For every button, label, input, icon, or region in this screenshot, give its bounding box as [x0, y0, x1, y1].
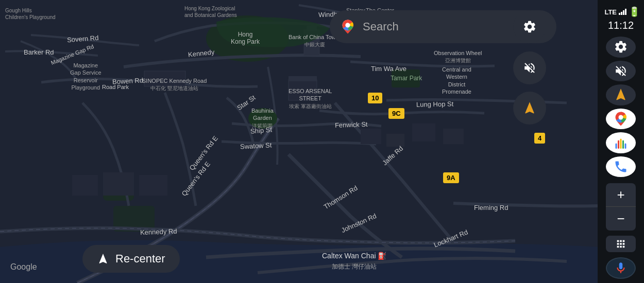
svg-rect-22 — [616, 144, 617, 149]
sidebar-settings-button[interactable] — [606, 37, 636, 58]
google-maps-app-icon — [613, 111, 629, 127]
sidebar-navigate-icon — [614, 87, 628, 102]
mute-icon — [523, 61, 536, 75]
route-marker-10: 10 — [368, 93, 382, 103]
svg-rect-15 — [139, 175, 167, 196]
microphone-icon — [614, 261, 628, 275]
sidebar-gear-icon — [614, 40, 628, 54]
route-marker-9a: 9A — [443, 172, 459, 183]
clock-display: 11:12 — [608, 20, 634, 31]
navigation-icon — [522, 101, 537, 115]
svg-rect-5 — [289, 76, 317, 81]
svg-rect-26 — [625, 144, 626, 149]
grid-icon — [615, 238, 626, 250]
zoom-out-label: − — [617, 211, 624, 227]
google-maps-app-button[interactable] — [606, 109, 636, 130]
sidebar-mute-icon — [614, 64, 628, 78]
google-watermark: Google — [10, 262, 37, 272]
svg-rect-12 — [443, 129, 464, 144]
svg-point-21 — [619, 115, 623, 119]
gear-icon — [522, 20, 537, 34]
navigation-button[interactable] — [513, 92, 546, 125]
battery-icon: 🔋 — [629, 6, 640, 17]
svg-point-20 — [346, 23, 350, 28]
sidebar-mute-button[interactable] — [606, 61, 636, 82]
signal-bars — [619, 9, 626, 15]
zoom-in-button[interactable]: + — [606, 183, 636, 207]
navigation-arrow-icon — [97, 253, 109, 265]
zoom-in-label: + — [617, 187, 624, 203]
grid-menu-button[interactable] — [606, 236, 636, 252]
google-assistant-mic-button[interactable] — [606, 257, 636, 279]
route-marker-4: 4 — [534, 133, 545, 144]
svg-rect-4 — [289, 80, 317, 100]
svg-rect-17 — [392, 69, 420, 87]
sidebar-navigate-button[interactable] — [606, 84, 636, 105]
svg-point-16 — [248, 108, 277, 129]
zoom-out-button[interactable]: − — [606, 207, 636, 231]
svg-rect-24 — [620, 139, 622, 149]
svg-rect-9 — [361, 129, 381, 144]
google-maps-pin-icon — [340, 19, 355, 34]
phone-app-button[interactable] — [606, 156, 636, 178]
map-view[interactable]: Queen's Rd E Queen's Rd E Ship St Swatow… — [0, 0, 598, 283]
zoom-controls: + − — [606, 183, 636, 231]
recenter-button[interactable]: Re-center — [82, 245, 180, 273]
recenter-label: Re-center — [115, 252, 165, 266]
svg-rect-6 — [144, 71, 185, 86]
route-marker-9c: 9C — [388, 108, 404, 119]
svg-rect-25 — [622, 140, 624, 149]
settings-button[interactable] — [513, 10, 546, 43]
svg-rect-23 — [618, 140, 619, 149]
google-assistant-app-button[interactable] — [606, 132, 636, 153]
svg-rect-13 — [72, 175, 98, 196]
google-assistant-icon — [613, 135, 629, 150]
svg-rect-14 — [103, 172, 134, 196]
sidebar: LTE 🔋 11:12 — [598, 0, 644, 283]
phone-icon — [614, 160, 628, 174]
svg-rect-11 — [412, 123, 435, 142]
lte-indicator: LTE — [604, 8, 617, 16]
mute-button[interactable] — [513, 51, 546, 84]
svg-rect-10 — [386, 134, 404, 147]
